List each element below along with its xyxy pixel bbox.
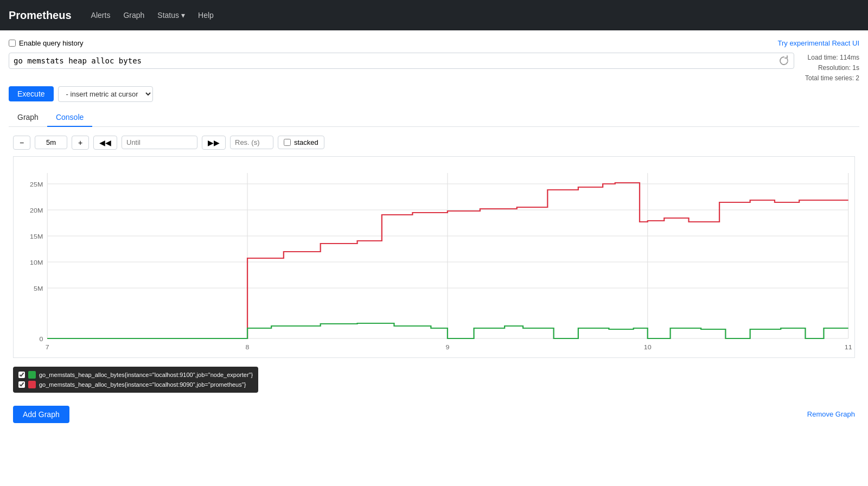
nav-graph[interactable]: Graph (117, 7, 151, 24)
svg-text:10M: 10M (30, 259, 43, 265)
legend-checkbox-red[interactable] (18, 381, 25, 388)
range-minus-button[interactable]: − (13, 136, 30, 150)
svg-text:8: 8 (246, 343, 250, 350)
svg-text:10: 10 (644, 343, 652, 350)
tabs: Graph Console (9, 108, 859, 127)
svg-text:9: 9 (445, 343, 449, 350)
svg-text:15M: 15M (30, 233, 43, 239)
query-input[interactable] (14, 56, 778, 65)
brand: Prometheus (9, 9, 72, 22)
nav-status-dropdown[interactable]: Status ▾ (151, 7, 192, 24)
range-input[interactable] (35, 136, 67, 149)
query-input-wrapper (9, 53, 794, 69)
legend-label-red: go_memstats_heap_alloc_bytes{instance="l… (39, 381, 246, 388)
enable-history-checkbox[interactable] (9, 40, 16, 47)
legend-color-red (28, 381, 36, 388)
legend-color-green (28, 371, 36, 379)
nav-help[interactable]: Help (192, 7, 220, 24)
refresh-icon[interactable] (778, 55, 789, 66)
chart-svg: .grid-line { stroke: #e0e0e0; stroke-wid… (14, 157, 854, 357)
legend: go_memstats_heap_alloc_bytes{instance="l… (13, 367, 258, 393)
nav-status-label: Status (157, 11, 179, 20)
tab-graph[interactable]: Graph (9, 108, 47, 127)
svg-text:7: 7 (46, 343, 49, 350)
main-content: Enable query history Try experimental Re… (0, 30, 868, 436)
remove-graph-link[interactable]: Remove Graph (807, 410, 855, 418)
legend-item-green: go_memstats_heap_alloc_bytes{instance="l… (18, 371, 253, 379)
stacked-label[interactable]: stacked (278, 136, 324, 149)
resolution: Resolution: 1s (805, 63, 859, 73)
stacked-checkbox[interactable] (284, 139, 291, 146)
stacked-text: stacked (294, 138, 318, 146)
add-graph-button[interactable]: Add Graph (13, 406, 69, 423)
svg-text:11: 11 (845, 343, 852, 350)
navbar: Prometheus Alerts Graph Status ▾ Help (0, 0, 868, 30)
svg-text:25M: 25M (30, 181, 43, 187)
tab-console[interactable]: Console (47, 108, 92, 127)
stats-area: Load time: 114ms Resolution: 1s Total ti… (805, 53, 859, 84)
graph-controls: − + ◀◀ ▶▶ stacked (9, 136, 859, 150)
range-plus-button[interactable]: + (72, 136, 89, 150)
chart-container: .grid-line { stroke: #e0e0e0; stroke-wid… (13, 156, 855, 358)
total-series: Total time series: 2 (805, 73, 859, 84)
res-input[interactable] (230, 136, 273, 149)
time-forward-button[interactable]: ▶▶ (202, 136, 226, 150)
time-back-button[interactable]: ◀◀ (93, 136, 117, 150)
legend-label-green: go_memstats_heap_alloc_bytes{instance="l… (39, 372, 253, 378)
until-input[interactable] (122, 136, 197, 149)
query-row: Load time: 114ms Resolution: 1s Total ti… (9, 53, 859, 84)
svg-text:0: 0 (39, 335, 43, 342)
chevron-down-icon: ▾ (181, 11, 185, 20)
svg-text:5M: 5M (34, 285, 43, 291)
legend-item-red: go_memstats_heap_alloc_bytes{instance="l… (18, 381, 253, 388)
load-time: Load time: 114ms (805, 53, 859, 63)
metric-selector[interactable]: - insert metric at cursor (58, 86, 153, 102)
nav-alerts[interactable]: Alerts (85, 7, 117, 24)
top-bar: Enable query history Try experimental Re… (9, 39, 859, 47)
svg-text:20M: 20M (30, 207, 43, 213)
bottom-bar: Add Graph Remove Graph (9, 401, 859, 427)
try-react-link[interactable]: Try experimental React UI (777, 39, 859, 47)
enable-history-label[interactable]: Enable query history (9, 39, 84, 47)
toolbar: Execute - insert metric at cursor (9, 86, 859, 102)
legend-checkbox-green[interactable] (18, 372, 25, 378)
execute-button[interactable]: Execute (9, 86, 54, 101)
